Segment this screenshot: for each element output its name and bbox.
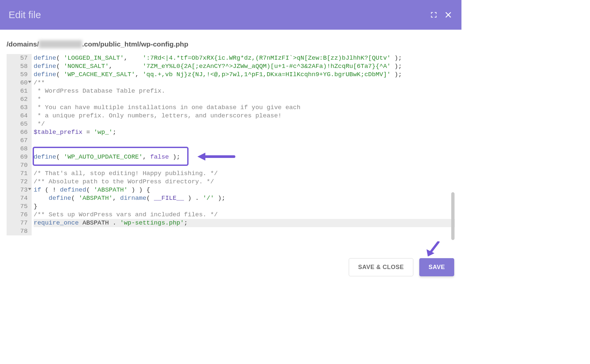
code-line[interactable]: define( 'WP_CACHE_KEY_SALT', 'qq.+,vb Nj… bbox=[34, 71, 455, 79]
line-number: 67 bbox=[7, 136, 28, 145]
line-number: 78 bbox=[7, 227, 28, 235]
line-number: 64 bbox=[7, 112, 28, 120]
line-number: 68 bbox=[7, 145, 28, 153]
code-line[interactable]: /** Absolute path to the WordPress direc… bbox=[34, 178, 455, 186]
code-line[interactable]: * WordPress Database Table prefix. bbox=[34, 87, 455, 95]
code-line[interactable]: define( 'ABSPATH', dirname( __FILE__ ) .… bbox=[34, 194, 455, 202]
path-hidden-domain: example-site bbox=[39, 40, 82, 48]
line-number: 74 bbox=[7, 194, 28, 202]
code-line[interactable]: $table_prefix = 'wp_'; bbox=[34, 128, 455, 136]
close-icon[interactable] bbox=[444, 10, 453, 19]
action-button-row: SAVE & CLOSE SAVE bbox=[349, 258, 454, 276]
code-line[interactable]: /** bbox=[34, 79, 455, 87]
annotation-arrow-down-save bbox=[425, 241, 442, 260]
path-prefix: /domains/ bbox=[7, 40, 39, 48]
code-line[interactable] bbox=[34, 145, 455, 153]
line-number: 61 bbox=[7, 87, 28, 95]
code-line[interactable]: */ bbox=[34, 120, 455, 128]
code-line[interactable]: define( 'NONCE_SALT', '7ZM_eY%L0{2A[;ezA… bbox=[34, 62, 455, 71]
line-number: 60 bbox=[7, 79, 28, 87]
line-number: 75 bbox=[7, 202, 28, 211]
line-number: 70 bbox=[7, 161, 28, 169]
save-button[interactable]: SAVE bbox=[419, 258, 454, 276]
code-line[interactable]: } bbox=[34, 202, 455, 211]
line-number: 76 bbox=[7, 211, 28, 219]
file-path-breadcrumb: /domains/ example-site .com/public_html/… bbox=[0, 30, 461, 54]
editor-scrollbar-thumb[interactable] bbox=[451, 192, 455, 240]
code-line[interactable] bbox=[34, 136, 455, 145]
save-and-close-button[interactable]: SAVE & CLOSE bbox=[349, 258, 414, 276]
path-suffix: .com/public_html/wp-config.php bbox=[82, 40, 188, 48]
code-editor[interactable]: 5758596061626364656667686970717273747576… bbox=[7, 54, 455, 235]
line-number: 72 bbox=[7, 178, 28, 186]
line-number: 73 bbox=[7, 186, 28, 194]
fullscreen-icon[interactable] bbox=[429, 10, 438, 19]
line-number: 58 bbox=[7, 62, 28, 71]
line-number: 69 bbox=[7, 153, 28, 161]
code-line[interactable] bbox=[34, 161, 455, 169]
line-number: 71 bbox=[7, 169, 28, 178]
header-icon-group bbox=[429, 10, 453, 19]
code-line[interactable]: require_once ABSPATH . 'wp-settings.php'… bbox=[34, 219, 455, 227]
line-number: 59 bbox=[7, 71, 28, 79]
line-number: 63 bbox=[7, 104, 28, 112]
line-number: 57 bbox=[7, 54, 28, 62]
line-number: 62 bbox=[7, 95, 28, 104]
code-line[interactable]: define( 'WP_AUTO_UPDATE_CORE', false ); bbox=[34, 153, 455, 161]
modal-header: Edit file bbox=[0, 0, 461, 30]
fold-marker-icon[interactable] bbox=[28, 81, 31, 83]
code-line[interactable]: * You can have multiple installations in… bbox=[34, 104, 455, 112]
code-line[interactable]: if ( ! defined( 'ABSPATH' ) ) { bbox=[34, 186, 455, 194]
code-line[interactable]: /** Sets up WordPress vars and included … bbox=[34, 211, 455, 219]
code-line[interactable]: define( 'LOGGED_IN_SALT', ':7Rd<|4.*tf=O… bbox=[34, 54, 455, 62]
code-line[interactable]: /* That's all, stop editing! Happy publi… bbox=[34, 169, 455, 178]
code-area[interactable]: define( 'LOGGED_IN_SALT', ':7Rd<|4.*tf=O… bbox=[32, 54, 455, 235]
line-number-gutter: 5758596061626364656667686970717273747576… bbox=[7, 54, 32, 235]
line-number: 77 bbox=[7, 219, 28, 227]
code-line[interactable]: * bbox=[34, 95, 455, 104]
line-number: 66 bbox=[7, 128, 28, 136]
fold-marker-icon[interactable] bbox=[28, 188, 31, 190]
line-number: 65 bbox=[7, 120, 28, 128]
modal-title: Edit file bbox=[9, 9, 41, 20]
code-line[interactable]: * a unique prefix. Only numbers, letters… bbox=[34, 112, 455, 120]
code-line[interactable] bbox=[34, 227, 455, 235]
